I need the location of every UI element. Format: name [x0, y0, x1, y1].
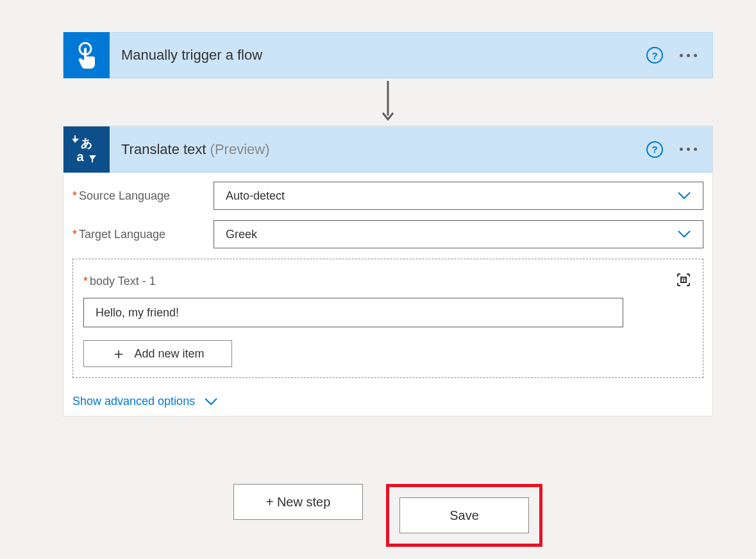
- more-menu-icon[interactable]: [678, 144, 698, 155]
- target-language-value: Greek: [226, 228, 257, 241]
- action-title: Translate text (Preview): [110, 141, 646, 158]
- svg-text:あ: あ: [81, 137, 92, 150]
- plus-icon: ＋: [111, 346, 126, 361]
- footer-actions: + New step Save: [63, 484, 713, 547]
- required-asterisk: *: [83, 275, 88, 288]
- body-label-row: *body Text - 1 T: [83, 271, 693, 291]
- new-step-button[interactable]: + New step: [233, 484, 363, 520]
- add-new-item-button[interactable]: ＋ Add new item: [83, 340, 232, 367]
- show-advanced-options-label: Show advanced options: [72, 395, 195, 408]
- target-language-label: *Target Language: [72, 228, 214, 241]
- trigger-icon-cell: [63, 32, 110, 78]
- source-language-value: Auto-detect: [226, 189, 285, 203]
- source-language-label: *Source Language: [72, 189, 214, 203]
- trigger-card[interactable]: Manually trigger a flow ?: [63, 32, 713, 78]
- action-card: あ a Translate text (Preview) ? *Sou: [63, 126, 713, 417]
- required-asterisk: *: [72, 228, 77, 241]
- source-language-label-text: Source Language: [79, 189, 170, 202]
- body-label: *body Text - 1: [83, 275, 156, 288]
- flow-connector: [63, 78, 713, 126]
- save-highlight-box: Save: [386, 484, 542, 547]
- trigger-actions: ?: [646, 47, 712, 64]
- body-text-input[interactable]: [83, 298, 623, 327]
- token-picker-icon[interactable]: T: [675, 271, 693, 291]
- more-menu-icon[interactable]: [678, 50, 698, 61]
- svg-text:T: T: [682, 277, 685, 284]
- body-label-text: body Text - 1: [90, 275, 156, 288]
- action-body: *Source Language Auto-detect *Target Lan…: [63, 173, 712, 416]
- arrow-down-icon: [380, 81, 396, 121]
- action-header[interactable]: あ a Translate text (Preview) ?: [63, 126, 712, 173]
- action-icon-cell: あ a: [63, 126, 110, 173]
- action-title-text: Translate text: [121, 141, 210, 157]
- target-language-row: *Target Language Greek: [72, 220, 703, 248]
- translate-icon: あ a: [72, 135, 101, 164]
- required-asterisk: *: [72, 189, 77, 202]
- help-icon[interactable]: ?: [646, 47, 663, 64]
- touch-pointer-icon: [74, 41, 99, 69]
- source-language-row: *Source Language Auto-detect: [72, 182, 703, 210]
- show-advanced-options[interactable]: Show advanced options: [72, 395, 703, 408]
- action-actions: ?: [646, 141, 712, 158]
- trigger-title: Manually trigger a flow: [110, 47, 646, 64]
- source-language-select[interactable]: Auto-detect: [214, 182, 703, 210]
- action-title-preview: (Preview): [210, 141, 270, 157]
- chevron-down-icon: [204, 397, 218, 406]
- svg-text:a: a: [76, 150, 84, 164]
- save-button[interactable]: Save: [399, 497, 529, 533]
- body-section: *body Text - 1 T ＋ Add new item: [72, 259, 703, 378]
- add-new-item-label: Add new item: [134, 347, 204, 361]
- chevron-down-icon: [677, 230, 691, 239]
- target-language-label-text: Target Language: [79, 228, 165, 241]
- chevron-down-icon: [677, 191, 691, 200]
- help-icon[interactable]: ?: [646, 141, 663, 158]
- target-language-select[interactable]: Greek: [214, 220, 703, 248]
